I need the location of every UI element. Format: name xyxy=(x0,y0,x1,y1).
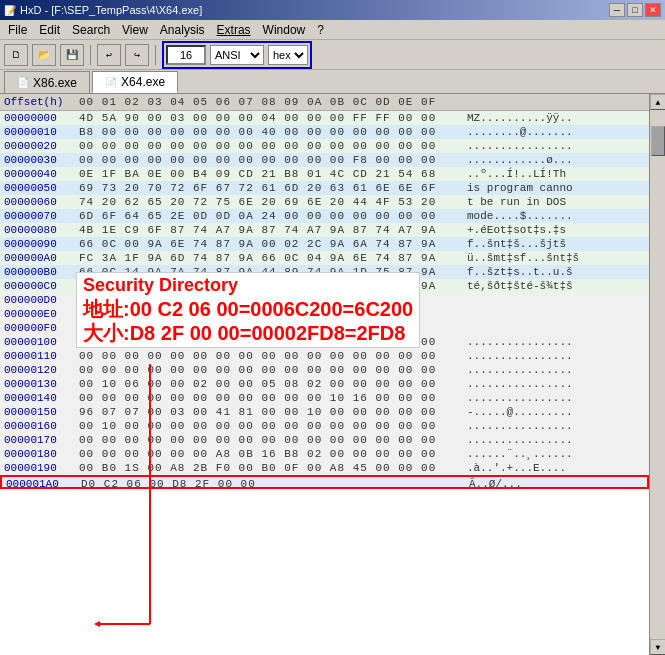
ascii-cell: ................ xyxy=(467,363,573,377)
table-row: 000000E0 xyxy=(0,307,649,321)
hex-cell[interactable]: FC 3A 1F 9A 6D 74 87 9A 66 0C 04 9A 6E 7… xyxy=(79,251,459,265)
menu-help[interactable]: ? xyxy=(311,21,330,39)
toolbar-sep-1 xyxy=(90,45,91,65)
scroll-down-button[interactable]: ▼ xyxy=(650,639,665,655)
table-row: 00000170 00 00 00 00 00 00 00 00 00 00 0… xyxy=(0,433,649,447)
tab-x64-icon: 📄 xyxy=(105,77,117,88)
table-row: 000000B0 66 0C 14 9A 7A 74 87 9A 44 89 7… xyxy=(0,265,649,279)
hex-cell[interactable]: 6D 6F 64 65 2E 0D 0D 0A 24 00 00 00 00 0… xyxy=(79,209,459,223)
hex-cell[interactable]: 96 07 07 00 03 00 41 81 00 00 10 00 00 0… xyxy=(79,405,459,419)
ascii-cell: -.....@......... xyxy=(467,405,573,419)
new-button[interactable]: 🗋 xyxy=(4,44,28,66)
hex-cell[interactable]: 00 00 00 00 00 00 00 00 00 00 00 00 00 0… xyxy=(79,349,459,363)
offset-cell: 000000E0 xyxy=(4,307,79,321)
hex-cell[interactable]: 74 E9 2C 9A F0 74 87 9A 74 F9 2D 9A BE 7… xyxy=(79,279,459,293)
table-row-last: 000001A0 D0 C2 06 00 D8 2F 00 00 Â..Ø/..… xyxy=(0,475,649,489)
ascii-cell: ü..šmt‡sf...šnt‡š xyxy=(467,251,579,265)
hex-cell[interactable]: 00 00 00 00 00 00 00 00 00 00 00 00 00 0… xyxy=(79,433,459,447)
offset-cell: 00000060 xyxy=(4,195,79,209)
table-row: 00000130 00 10 06 00 00 02 00 00 05 08 0… xyxy=(0,377,649,391)
hex-cell[interactable]: 00 00 00 00 00 00 00 00 00 00 00 00 00 0… xyxy=(79,363,459,377)
offset-cell: 000000A0 xyxy=(4,251,79,265)
menu-window[interactable]: Window xyxy=(257,21,312,39)
menu-file[interactable]: File xyxy=(2,21,33,39)
ascii-cell: t be run in DOS xyxy=(467,195,566,209)
offset-cell: 00000160 xyxy=(4,419,79,433)
hex-cell[interactable]: 00 10 06 00 00 02 00 00 05 08 02 00 00 0… xyxy=(79,377,459,391)
hex-cell[interactable]: 00 00 00 00 00 00 00 00 00 00 00 10 16 0… xyxy=(79,391,459,405)
ascii-cell: is program canno xyxy=(467,181,573,195)
hex-cell[interactable]: D0 C2 06 00 D8 2F 00 00 xyxy=(81,477,461,487)
tab-x86-label: X86.exe xyxy=(33,76,77,90)
hex-cell[interactable] xyxy=(79,321,459,335)
offset-cell: 00000080 xyxy=(4,223,79,237)
offset-cell: 000000F0 xyxy=(4,321,79,335)
mode-select[interactable]: hex dec xyxy=(268,45,308,65)
table-row: 000000C0 74 E9 2C 9A F0 74 87 9A 74 F9 2… xyxy=(0,279,649,293)
hex-cell[interactable]: 00 10 00 00 00 00 00 00 00 00 00 00 00 0… xyxy=(79,419,459,433)
ascii-cell: f..šzt‡s..t..u.š xyxy=(467,265,573,279)
scrollbar-thumb[interactable] xyxy=(651,126,665,156)
scroll-up-button[interactable]: ▲ xyxy=(650,94,665,110)
table-row: 00000070 6D 6F 64 65 2E 0D 0D 0A 24 00 0… xyxy=(0,209,649,223)
hex-cell[interactable]: 66 0C 14 9A 7A 74 87 9A 44 89 74 9A 1D 7… xyxy=(79,265,459,279)
ascii-cell: ............ø... xyxy=(467,153,573,167)
ascii-cell: ..º...Í!..LÍ!Th xyxy=(467,167,566,181)
offset-cell: 00000040 xyxy=(4,167,79,181)
hex-cell[interactable]: 00 00 00 00 00 00 00 00 00 00 00 00 F8 0… xyxy=(79,153,459,167)
maximize-button[interactable]: □ xyxy=(627,3,643,17)
ascii-cell: ................ xyxy=(467,349,573,363)
hex-cell[interactable]: 00 00 00 00 00 00 00 00 00 00 00 00 00 0… xyxy=(79,139,459,153)
offset-header: Offset(h) xyxy=(4,96,79,108)
ascii-cell: té,šðt‡šté-š¾t‡š xyxy=(467,279,573,293)
hex-cell[interactable] xyxy=(79,293,459,307)
hex-cell[interactable]: 00 00 00 00 00 00 00 00 00 00 00 00 00 0… xyxy=(79,335,459,349)
ascii-cell: ......¨..¸...... xyxy=(467,447,573,461)
undo-button[interactable]: ↩ xyxy=(97,44,121,66)
tab-x86-icon: 📄 xyxy=(17,77,29,88)
hex-header-cols: 00 01 02 03 04 05 06 07 08 09 0A 0B 0C 0… xyxy=(79,96,459,108)
table-row: 00000140 00 00 00 00 00 00 00 00 00 00 0… xyxy=(0,391,649,405)
tab-x64[interactable]: 📄 X64.exe xyxy=(92,71,178,93)
save-button[interactable]: 💾 xyxy=(60,44,84,66)
encoding-select[interactable]: ANSI UTF-8 xyxy=(210,45,264,65)
hex-cell[interactable]: B8 00 00 00 00 00 00 00 40 00 00 00 00 0… xyxy=(79,125,459,139)
app-icon: 📝 xyxy=(4,5,16,16)
hex-cell[interactable] xyxy=(79,307,459,321)
hex-cell[interactable]: 4D 5A 90 00 03 00 00 00 04 00 00 00 FF F… xyxy=(79,111,459,125)
hex-cell[interactable]: 69 73 20 70 72 6F 67 72 61 6D 20 63 61 6… xyxy=(79,181,459,195)
hex-cell[interactable]: 74 20 62 65 20 72 75 6E 20 69 6E 20 44 4… xyxy=(79,195,459,209)
table-row: 00000180 00 00 00 00 00 00 A8 0B 16 B8 0… xyxy=(0,447,649,461)
table-row: 00000040 0E 1F BA 0E 00 B4 09 CD 21 B8 0… xyxy=(0,167,649,181)
menu-search[interactable]: Search xyxy=(66,21,116,39)
window-title: HxD - [F:\SEP_TempPass\4\X64.exe] xyxy=(20,4,202,16)
offset-cell: 00000010 xyxy=(4,125,79,139)
offset-cell: 00000190 xyxy=(4,461,79,475)
tab-x86[interactable]: 📄 X86.exe xyxy=(4,71,90,93)
menu-analysis[interactable]: Analysis xyxy=(154,21,211,39)
table-row: 00000190 00 B0 1S 00 A8 2B F0 00 B0 0F 0… xyxy=(0,461,649,475)
ascii-cell: ................ xyxy=(467,377,573,391)
toolbar-sep-2 xyxy=(155,45,156,65)
offset-cell: 00000100 xyxy=(4,335,79,349)
hex-cell[interactable]: 66 0C 00 9A 6E 74 87 9A 00 02 2C 9A 6A 7… xyxy=(79,237,459,251)
redo-button[interactable]: ↪ xyxy=(125,44,149,66)
hex-cell[interactable]: 00 B0 1S 00 A8 2B F0 00 B0 0F 00 A8 45 0… xyxy=(79,461,459,475)
ascii-cell: +.éEot‡sot‡s.‡s xyxy=(467,223,566,237)
scrollbar[interactable]: ▲ ▼ xyxy=(649,94,665,655)
bytes-per-row-input[interactable] xyxy=(166,45,206,65)
table-row: 00000020 00 00 00 00 00 00 00 00 00 00 0… xyxy=(0,139,649,153)
menu-extras[interactable]: Extras xyxy=(211,21,257,39)
menu-view[interactable]: View xyxy=(116,21,154,39)
ascii-cell: f..šnt‡š...šjtš xyxy=(467,237,566,251)
table-row: 000000F0 xyxy=(0,321,649,335)
offset-cell: 000000C0 xyxy=(4,279,79,293)
hex-cell[interactable]: 00 00 00 00 00 00 A8 0B 16 B8 02 00 00 0… xyxy=(79,447,459,461)
hex-cell[interactable]: 4B 1E C9 6F 87 74 A7 9A 87 74 A7 9A 87 7… xyxy=(79,223,459,237)
open-button[interactable]: 📂 xyxy=(32,44,56,66)
menu-edit[interactable]: Edit xyxy=(33,21,66,39)
close-button[interactable]: ✕ xyxy=(645,3,661,17)
toolbar-options-box: ANSI UTF-8 hex dec xyxy=(162,41,312,69)
minimize-button[interactable]: ─ xyxy=(609,3,625,17)
hex-cell[interactable]: 0E 1F BA 0E 00 B4 09 CD 21 B8 01 4C CD 2… xyxy=(79,167,459,181)
